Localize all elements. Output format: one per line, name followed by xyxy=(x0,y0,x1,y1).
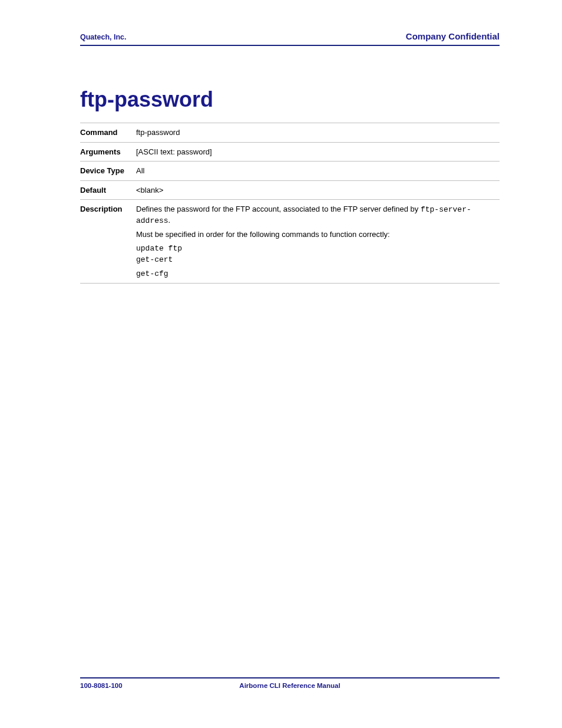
description-p1-text-a: Defines the password for the FTP account… xyxy=(136,205,421,213)
description-code-3: get-cfg xyxy=(136,269,495,279)
label-command: Command xyxy=(80,123,136,143)
description-code-2: get-cert xyxy=(136,255,495,265)
description-p1-text-b: . xyxy=(168,216,171,225)
row-command: Command ftp-password xyxy=(80,123,500,143)
value-description: Defines the password for the FTP account… xyxy=(136,200,500,284)
document-page: Quatech, Inc. Company Confidential ftp-p… xyxy=(0,0,562,728)
footer-left: 100-8081-100 xyxy=(80,682,123,689)
label-default: Default xyxy=(80,180,136,200)
page-footer: 100-8081-100 Airborne CLI Reference Manu… xyxy=(80,677,500,689)
value-command: ftp-password xyxy=(136,123,500,143)
description-p2: Must be specified in order for the follo… xyxy=(136,229,495,240)
spec-table: Command ftp-password Arguments [ASCII te… xyxy=(80,123,500,284)
footer-center: Airborne CLI Reference Manual xyxy=(80,682,500,689)
header-company: Quatech, Inc. xyxy=(80,33,127,41)
row-device-type: Device Type All xyxy=(80,162,500,181)
label-arguments: Arguments xyxy=(80,142,136,162)
page-header: Quatech, Inc. Company Confidential xyxy=(80,31,500,46)
description-code-1: update ftp xyxy=(136,243,495,254)
row-description: Description Defines the password for the… xyxy=(80,200,500,284)
row-arguments: Arguments [ASCII text: password] xyxy=(80,142,500,162)
description-p1: Defines the password for the FTP account… xyxy=(136,204,495,226)
row-default: Default <blank> xyxy=(80,180,500,200)
label-device-type: Device Type xyxy=(80,162,136,181)
page-title: ftp-password xyxy=(80,87,500,112)
value-arguments: [ASCII text: password] xyxy=(136,142,500,162)
value-default: <blank> xyxy=(136,180,500,200)
header-confidential: Company Confidential xyxy=(406,31,500,41)
value-device-type: All xyxy=(136,162,500,181)
label-description: Description xyxy=(80,200,136,284)
